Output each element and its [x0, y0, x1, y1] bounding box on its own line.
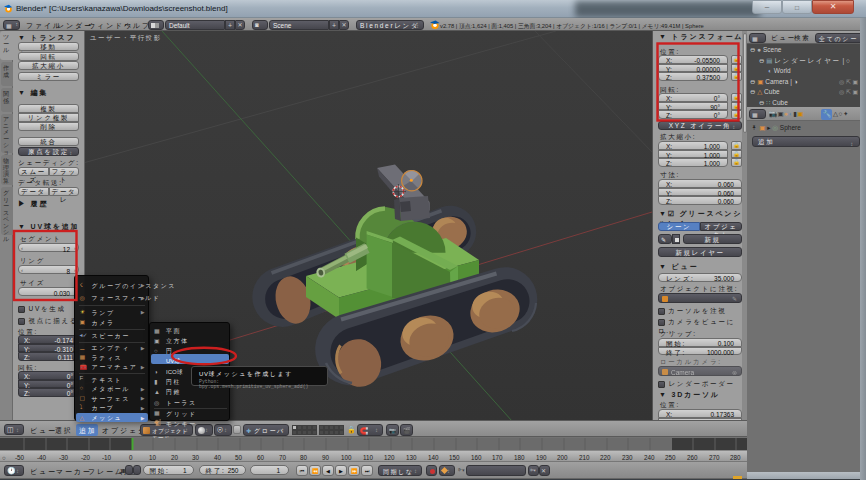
svg-text:ユーザー・平行投影: ユーザー・平行投影	[90, 34, 161, 42]
